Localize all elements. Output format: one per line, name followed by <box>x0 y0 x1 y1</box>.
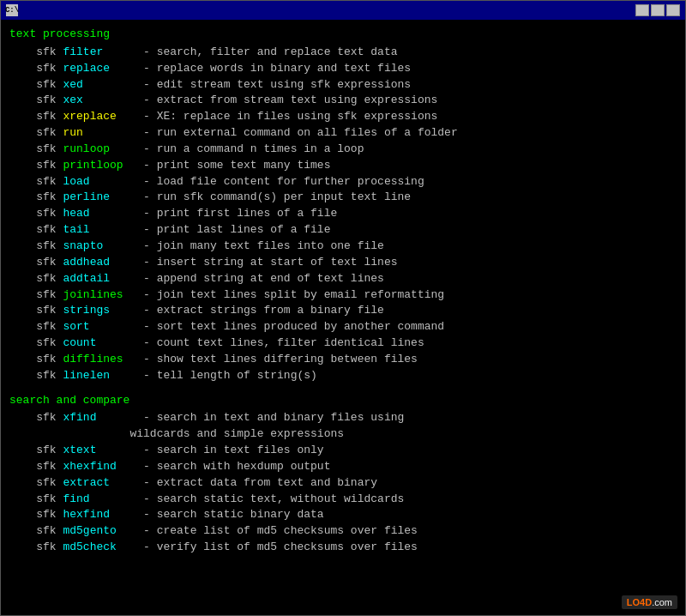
cmd-icon: C:\ <box>6 4 18 16</box>
cmd-keyword: run <box>63 125 143 142</box>
console-output: text processing sfk filter - search, fil… <box>1 20 685 615</box>
command-line: sfk find - search static text, without w… <box>9 492 677 508</box>
command-line: sfk extract - extract data from text and… <box>9 475 677 492</box>
cmd-prefix: sfk <box>9 352 63 368</box>
cmd-description: - search, filter and replace text data <box>143 45 397 61</box>
command-line: sfk xex - extract from stream text using… <box>9 93 677 109</box>
cmd-description: - print some text many times <box>143 158 330 174</box>
cmd-description: - search in text and binary files using <box>143 410 404 426</box>
command-line: sfk replace - replace words in binary an… <box>9 61 677 77</box>
command-line: sfk load - load file content for further… <box>9 174 677 190</box>
cmd-prefix: sfk <box>9 507 63 523</box>
command-line: sfk run - run external command on all fi… <box>9 125 677 142</box>
cmd-description: - create list of md5 checksums over file… <box>143 523 418 540</box>
cmd-prefix: sfk <box>9 93 63 109</box>
command-line: sfk hexfind - search static binary data <box>9 507 677 523</box>
cmd-keyword: xtext <box>63 443 143 459</box>
cmd-description: - append string at end of text lines <box>143 271 384 287</box>
watermark: LO4D.com <box>622 595 677 609</box>
cmd-description: - replace words in binary and text files <box>143 61 411 77</box>
cmd-keyword: count <box>63 335 143 352</box>
cmd-keyword: linelen <box>63 368 143 384</box>
cmd-keyword: replace <box>63 61 143 77</box>
command-line: sfk strings - extract strings from a bin… <box>9 303 677 319</box>
cmd-prefix: sfk <box>9 540 63 556</box>
title-bar: C:\ <box>1 1 685 20</box>
command-line: sfk sort - sort text lines produced by a… <box>9 319 677 335</box>
command-line: sfk xfind - search in text and binary fi… <box>9 410 677 426</box>
cmd-keyword: tail <box>63 222 143 239</box>
minimize-button[interactable] <box>635 4 649 16</box>
cmd-prefix: sfk <box>9 206 63 222</box>
cmd-description-continuation: wildcards and simple expressions <box>9 426 677 443</box>
cmd-prefix: sfk <box>9 190 63 206</box>
command-line: sfk perline - run sfk command(s) per inp… <box>9 190 677 206</box>
cmd-keyword: extract <box>63 475 143 492</box>
window-controls <box>635 4 680 16</box>
command-line: sfk joinlines - join text lines split by… <box>9 287 677 304</box>
command-line: sfk md5gento - create list of md5 checks… <box>9 523 677 540</box>
cmd-keyword: perline <box>63 190 143 206</box>
cmd-prefix: sfk <box>9 492 63 508</box>
cmd-prefix: sfk <box>9 142 63 158</box>
command-line: sfk md5check - verify list of md5 checks… <box>9 540 677 556</box>
command-line: sfk head - print first lines of a file <box>9 206 677 222</box>
cmd-prefix: sfk <box>9 158 63 174</box>
cmd-keyword: md5check <box>63 540 143 556</box>
cmd-description: - join text lines split by email reforma… <box>143 287 444 304</box>
cmd-keyword: printloop <box>63 158 143 174</box>
section-header: search and compare <box>9 393 677 409</box>
cmd-description: - XE: replace in files using sfk express… <box>143 109 437 125</box>
cmd-prefix: sfk <box>9 45 63 61</box>
cmd-prefix: sfk <box>9 287 63 304</box>
cmd-keyword: xhexfind <box>63 459 143 475</box>
command-line: sfk linelen - tell length of string(s) <box>9 368 677 384</box>
cmd-prefix: sfk <box>9 459 63 475</box>
section-spacer <box>9 384 677 393</box>
command-line: sfk snapto - join many text files into o… <box>9 239 677 255</box>
cmd-keyword: difflines <box>63 352 143 368</box>
cmd-prefix: sfk <box>9 174 63 190</box>
maximize-button[interactable] <box>651 4 665 16</box>
command-line: sfk xtext - search in text files only <box>9 443 677 459</box>
cmd-keyword: md5gento <box>63 523 143 540</box>
cmd-keyword: strings <box>63 303 143 319</box>
cmd-keyword: sort <box>63 319 143 335</box>
command-line: sfk addtail - append string at end of te… <box>9 271 677 287</box>
cmd-description: - run external command on all files of a… <box>143 125 458 142</box>
cmd-description: - show text lines differing between file… <box>143 352 418 368</box>
cmd-prefix: sfk <box>9 303 63 319</box>
cmd-prefix: sfk <box>9 239 63 255</box>
cmd-description: - edit stream text using sfk expressions <box>143 77 411 94</box>
close-button[interactable] <box>666 4 680 16</box>
cmd-keyword: xed <box>63 77 143 94</box>
cmd-keyword: xreplace <box>63 109 143 125</box>
cmd-prefix: sfk <box>9 255 63 271</box>
cmd-keyword: joinlines <box>63 287 143 304</box>
command-line: sfk printloop - print some text many tim… <box>9 158 677 174</box>
cmd-description: - tell length of string(s) <box>143 368 317 384</box>
cmd-description: - insert string at start of text lines <box>143 255 397 271</box>
command-line: sfk xreplace - XE: replace in files usin… <box>9 109 677 125</box>
cmd-prefix: sfk <box>9 368 63 384</box>
cmd-description: - extract from stream text using express… <box>143 93 437 109</box>
cmd-description: - join many text files into one file <box>143 239 384 255</box>
command-line: sfk filter - search, filter and replace … <box>9 45 677 61</box>
section-header: text processing <box>9 27 677 43</box>
cmd-description: - search static text, without wildcards <box>143 492 404 508</box>
cmd-prefix: sfk <box>9 523 63 540</box>
cmd-description: - extract data from text and binary <box>143 475 377 492</box>
cmd-keyword: find <box>63 492 143 508</box>
cmd-description: - run sfk command(s) per input text line <box>143 190 411 206</box>
title-bar-left: C:\ <box>6 4 23 16</box>
cmd-prefix: sfk <box>9 443 63 459</box>
cmd-prefix: sfk <box>9 77 63 94</box>
cmd-description: - count text lines, filter identical lin… <box>143 335 424 352</box>
cmd-description: - search with hexdump output <box>143 459 330 475</box>
cmd-keyword: filter <box>63 45 143 61</box>
cmd-description: - run a command n times in a loop <box>143 142 364 158</box>
cmd-prefix: sfk <box>9 335 63 352</box>
cmd-description: - search static binary data <box>143 507 324 523</box>
cmd-description: - sort text lines produced by another co… <box>143 319 444 335</box>
command-line: sfk xhexfind - search with hexdump outpu… <box>9 459 677 475</box>
